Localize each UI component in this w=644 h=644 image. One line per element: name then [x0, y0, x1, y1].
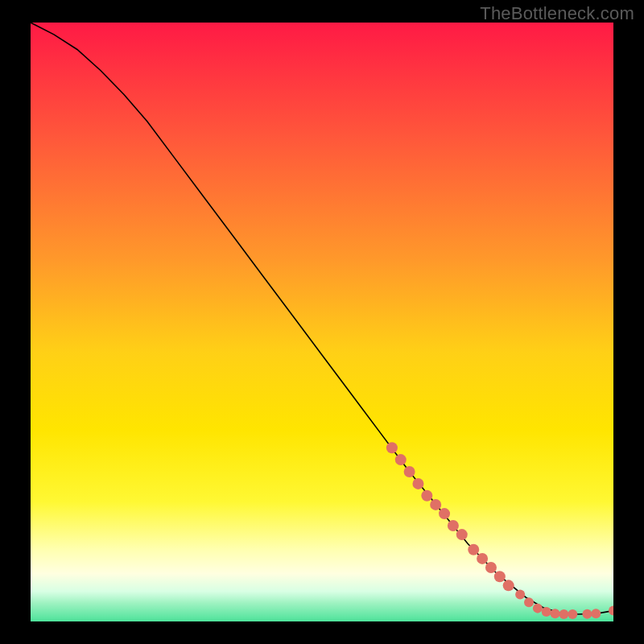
chart-frame: TheBottleneck.com	[0, 0, 644, 644]
data-point	[430, 499, 441, 510]
data-point	[404, 466, 415, 477]
data-point	[524, 597, 534, 607]
data-point	[386, 442, 398, 453]
chart-svg	[31, 23, 613, 621]
data-point	[456, 529, 468, 540]
data-point	[568, 609, 577, 619]
data-point	[421, 490, 432, 502]
data-point	[503, 580, 514, 591]
data-point	[533, 604, 543, 613]
data-point	[485, 562, 497, 573]
data-point	[439, 508, 450, 519]
watermark-text: TheBottleneck.com	[480, 3, 634, 24]
data-point	[559, 609, 568, 619]
data-point	[582, 609, 592, 619]
data-point	[477, 553, 488, 564]
data-point	[551, 609, 560, 618]
data-point	[542, 607, 551, 617]
data-point	[412, 478, 423, 489]
plot-area	[31, 23, 613, 621]
data-point	[448, 520, 459, 531]
data-point	[515, 590, 525, 600]
data-point	[591, 609, 601, 618]
data-point	[468, 544, 479, 555]
chart-background	[31, 23, 613, 621]
data-point	[494, 571, 506, 582]
data-point	[395, 454, 407, 465]
